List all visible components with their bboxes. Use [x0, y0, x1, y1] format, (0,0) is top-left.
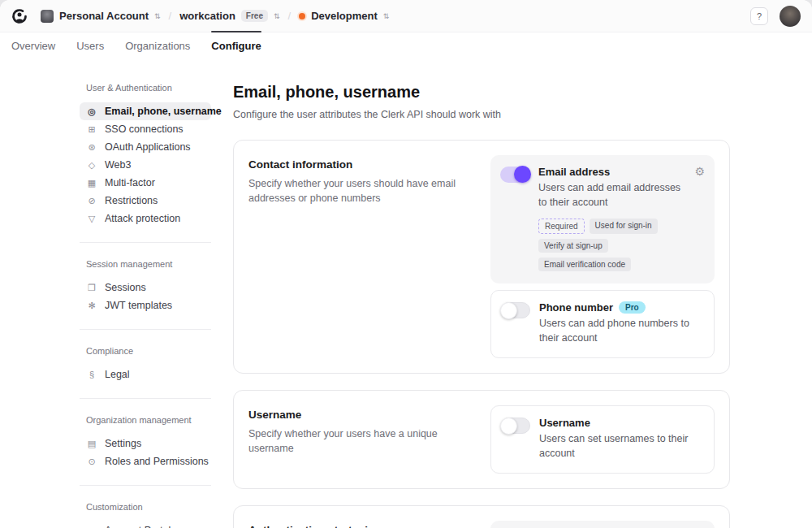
sidebar-item-label: Multi-factor [105, 177, 155, 188]
content-area: User & Authentication ◎ Email, phone, us… [0, 58, 812, 528]
sidebar-section-session-management: Session management ❐ Sessions ✻ JWT temp… [80, 259, 211, 314]
sidebar-item-settings[interactable]: ▤ Settings [80, 435, 211, 452]
sidebar-item-oauth-applications[interactable]: ⊛ OAuth Applications [80, 138, 211, 156]
phone-number-description: Users can add phone numbers to their acc… [539, 317, 704, 345]
app-window: Personal Account ⇅ / workcation Free ⇅ /… [0, 0, 812, 528]
sidebar-item-label: Roles and Permissions [105, 456, 209, 467]
toggle-knob [500, 302, 517, 319]
sidebar-item-attack-protection[interactable]: ▽ Attack protection [80, 210, 211, 227]
badge-email-verification-code: Email verification code [538, 258, 631, 271]
contact-card-intro: Contact information Specify whether your… [248, 155, 471, 358]
sidebar-section-customization: Customization ◻ Account Portal ☺ Avatars… [80, 502, 211, 528]
page-title: Email, phone, username [233, 83, 730, 102]
pro-badge: Pro [619, 301, 646, 314]
phone-number-panel: Phone number Pro Users can add phone num… [490, 290, 715, 358]
username-card: Username Specify whether your users have… [233, 390, 730, 489]
sidebar-item-web3[interactable]: ◇ Web3 [80, 156, 211, 174]
chevron-sort-icon: ⇅ [154, 12, 161, 20]
sidebar-item-account-portal[interactable]: ◻ Account Portal [80, 522, 211, 528]
authentication-strategies-card: Authentication strategies Select the aut… [233, 505, 730, 528]
badge-used-for-sign-in: Used for sign-in [590, 219, 658, 234]
web3-icon: ◇ [86, 160, 97, 171]
phone-number-title: Phone number Pro [539, 301, 704, 314]
sidebar-item-legal[interactable]: § Legal [80, 366, 211, 383]
email-settings-gear-icon[interactable]: ⚙ [692, 166, 705, 177]
breadcrumb-env-switcher[interactable]: Development ⇅ [299, 10, 389, 22]
breadcrumb-org-switcher[interactable]: workcation Free ⇅ [179, 10, 279, 22]
email-address-panel: Email address Users can add email addres… [490, 155, 715, 283]
tab-users[interactable]: Users [76, 32, 104, 58]
username-panel: Username Users can set usernames to thei… [490, 405, 715, 474]
sidebar-item-label: SSO connections [105, 123, 184, 135]
sidebar-section-title: Session management [86, 259, 211, 269]
sidebar-item-jwt-templates[interactable]: ✻ JWT templates [80, 296, 211, 314]
sidebar-item-sessions[interactable]: ❐ Sessions [80, 279, 211, 296]
sidebar-divider [80, 398, 211, 399]
sidebar-section-title: User & Authentication [86, 83, 211, 93]
username-toggle[interactable] [501, 418, 530, 434]
sidebar-item-multi-factor[interactable]: ▦ Multi-factor [80, 174, 211, 192]
clerk-logo-icon[interactable] [11, 8, 28, 24]
account-avatar [41, 10, 54, 23]
card-title: Authentication strategies [248, 524, 471, 528]
sessions-icon: ❐ [86, 283, 97, 293]
roles-permissions-icon: ⊙ [86, 457, 97, 467]
email-address-toggle[interactable] [500, 167, 529, 183]
header-actions: ? [750, 6, 801, 27]
sidebar-item-label: Sessions [105, 282, 146, 293]
card-title: Contact information [248, 158, 471, 171]
email-address-title: Email address [538, 166, 685, 178]
username-title: Username [539, 417, 704, 429]
password-panel: Password Users can sign in with a passwo… [490, 521, 715, 528]
sidebar-item-sso-connections[interactable]: ⊞ SSO connections [80, 120, 211, 138]
sidebar-item-label: Restrictions [105, 195, 158, 206]
legal-icon: § [86, 370, 97, 379]
contact-information-card: Contact information Specify whether your… [233, 140, 730, 374]
sidebar-item-label: Settings [105, 438, 141, 449]
breadcrumb-separator: / [169, 10, 172, 22]
sidebar-item-email-phone-username[interactable]: ◎ Email, phone, username [80, 102, 211, 120]
phone-number-content: Phone number Pro Users can add phone num… [539, 301, 704, 345]
user-avatar[interactable] [780, 6, 801, 27]
environment-name: Development [311, 10, 378, 22]
sidebar-item-restrictions[interactable]: ⊘ Restrictions [80, 192, 211, 210]
sidebar-divider [80, 242, 211, 243]
account-label: Personal Account [59, 10, 149, 22]
chevron-sort-icon: ⇅ [383, 12, 390, 20]
email-address-description: Users can add email addresses to their a… [538, 181, 685, 210]
badge-required: Required [538, 219, 585, 234]
multi-factor-icon: ▦ [86, 178, 97, 188]
sso-connections-icon: ⊞ [86, 124, 97, 135]
phone-number-toggle[interactable] [501, 302, 530, 318]
sidebar-section-title: Customization [86, 502, 211, 512]
tab-configure[interactable]: Configure [211, 32, 261, 58]
sidebar-item-label: Attack protection [105, 213, 180, 224]
toggle-knob [514, 166, 531, 183]
sidebar-section-title: Compliance [86, 346, 211, 356]
username-card-controls: Username Users can set usernames to thei… [490, 405, 715, 474]
jwt-templates-icon: ✻ [86, 301, 97, 311]
breadcrumb-account-switcher[interactable]: Personal Account ⇅ [41, 10, 161, 23]
sidebar-section-organization-management: Organization management ▤ Settings ⊙ Rol… [80, 415, 211, 470]
sidebar-item-roles-permissions[interactable]: ⊙ Roles and Permissions [80, 452, 211, 470]
org-name: workcation [179, 10, 235, 22]
card-description: Specify whether your users have a unique… [248, 426, 471, 456]
contact-card-controls: Email address Users can add email addres… [490, 155, 715, 358]
username-card-intro: Username Specify whether your users have… [248, 405, 471, 474]
attack-protection-shield-icon: ▽ [86, 214, 97, 224]
email-address-content: Email address Users can add email addres… [538, 166, 685, 271]
account-portal-icon: ◻ [86, 526, 97, 528]
restrictions-lock-icon: ⊘ [86, 196, 97, 206]
help-button[interactable]: ? [750, 7, 768, 25]
auth-card-controls: Password Users can sign in with a passwo… [490, 521, 715, 528]
phone-number-label: Phone number [539, 301, 613, 314]
card-title: Username [248, 409, 471, 421]
badge-verify-at-sign-up: Verify at sign-up [538, 239, 608, 253]
tab-organizations[interactable]: Organizations [125, 32, 190, 58]
configure-sidebar: User & Authentication ◎ Email, phone, us… [80, 83, 211, 528]
top-header: Personal Account ⇅ / workcation Free ⇅ /… [0, 0, 812, 32]
chevron-sort-icon: ⇅ [274, 12, 280, 20]
tab-overview[interactable]: Overview [11, 32, 55, 58]
sidebar-section-compliance: Compliance § Legal [80, 346, 211, 383]
toggle-knob [500, 418, 517, 435]
